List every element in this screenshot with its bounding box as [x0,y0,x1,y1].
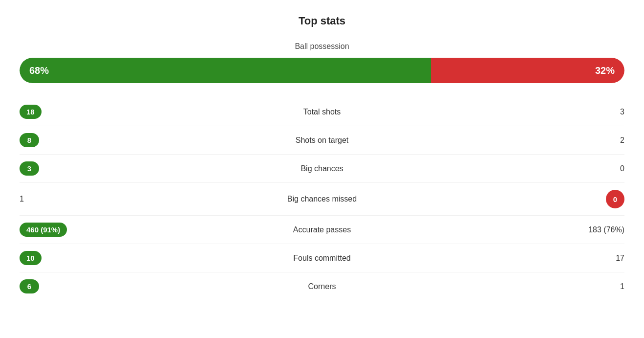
stat-away-value: 0 [537,164,624,173]
home-badge-green: 8 [20,133,39,147]
stat-home-value: 18 [20,105,107,119]
home-badge-green: 6 [20,279,39,293]
home-badge-green: 18 [20,105,42,119]
away-value-plain: 1 [620,282,624,291]
away-value-plain: 17 [616,254,624,263]
stat-away-value: 0 [537,190,624,208]
stat-away-value: 183 (76%) [537,225,624,234]
stat-row: 18Total shots3 [20,98,624,126]
stat-label: Big chances missed [107,195,537,203]
away-value-plain: 2 [620,136,624,145]
away-value-plain: 3 [620,108,624,116]
stat-row: 460 (91%)Accurate passes183 (76%) [20,216,624,244]
possession-away: 32% [431,58,624,83]
stat-away-value: 1 [537,282,624,291]
stat-label: Big chances [107,164,537,173]
stat-label: Corners [107,282,537,291]
stat-label: Fouls committed [107,254,537,263]
home-badge-green: 10 [20,251,42,265]
stat-home-value: 460 (91%) [20,223,107,237]
stat-label: Total shots [107,108,537,116]
stat-home-value: 1 [20,195,107,203]
stat-home-value: 8 [20,133,107,147]
stat-away-value: 3 [537,108,624,116]
home-badge-green: 3 [20,161,39,176]
away-value-plain: 183 (76%) [588,225,624,234]
home-badge-green: 460 (91%) [20,223,67,237]
stat-home-value: 3 [20,161,107,176]
possession-home: 68% [20,58,431,83]
stat-label: Shots on target [107,136,537,145]
stat-row: 8Shots on target2 [20,126,624,155]
possession-bar: 68% 32% [20,58,624,83]
stat-home-value: 10 [20,251,107,265]
stat-row: 6Corners1 [20,272,624,300]
stat-home-value: 6 [20,279,107,293]
away-value-plain: 0 [620,164,624,173]
away-badge-red: 0 [606,190,624,208]
stat-label: Accurate passes [107,225,537,234]
page-title: Top stats [20,15,624,27]
stat-row: 3Big chances0 [20,155,624,183]
stat-away-value: 17 [537,254,624,263]
stat-away-value: 2 [537,136,624,145]
stat-row: 1Big chances missed0 [20,183,624,216]
home-value-plain: 1 [20,195,24,203]
stat-row: 10Fouls committed17 [20,244,624,272]
stats-container: Top stats Ball possession 68% 32% 18Tota… [20,10,624,300]
stats-list: 18Total shots38Shots on target23Big chan… [20,98,624,300]
possession-label: Ball possession [20,42,624,51]
